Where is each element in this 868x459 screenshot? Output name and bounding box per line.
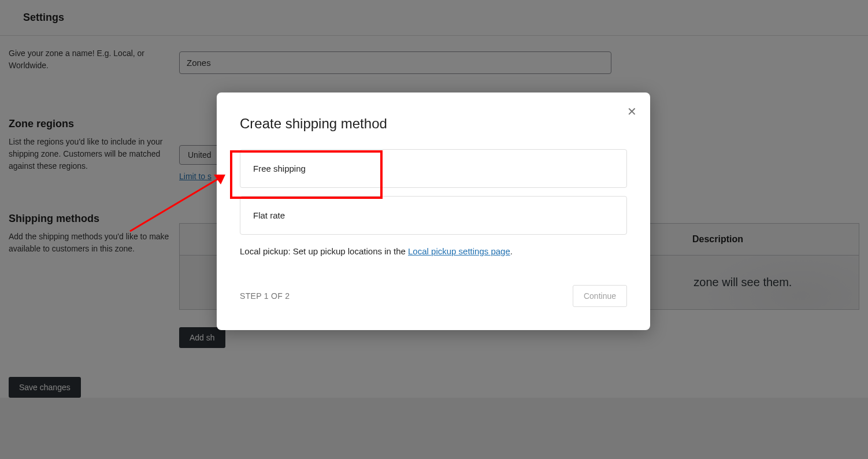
modal-title: Create shipping method bbox=[240, 116, 627, 132]
step-indicator: STEP 1 OF 2 bbox=[240, 291, 290, 301]
local-pickup-text: Local pickup: Set up pickup locations in… bbox=[240, 246, 627, 256]
modal-footer: STEP 1 OF 2 Continue bbox=[240, 285, 627, 307]
option-flat-rate[interactable]: Flat rate bbox=[240, 196, 627, 235]
close-icon[interactable]: ✕ bbox=[624, 103, 640, 120]
pickup-suffix: . bbox=[510, 246, 513, 256]
local-pickup-settings-link[interactable]: Local pickup settings page bbox=[408, 246, 510, 256]
pickup-prefix: Local pickup: Set up pickup locations in… bbox=[240, 246, 408, 256]
continue-button[interactable]: Continue bbox=[573, 285, 627, 307]
create-shipping-method-modal: ✕ Create shipping method Free shipping F… bbox=[217, 92, 650, 330]
option-free-shipping[interactable]: Free shipping bbox=[240, 149, 627, 188]
